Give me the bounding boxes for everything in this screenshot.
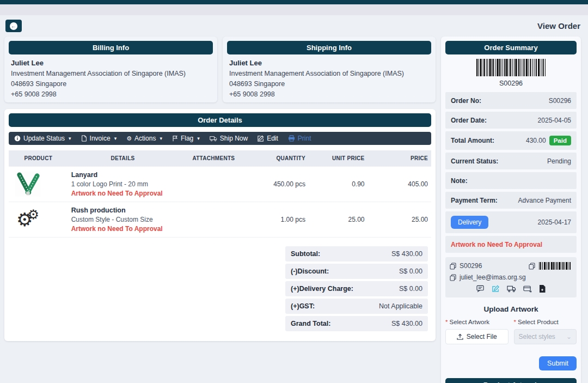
artwork-note: Artwork no Need To Approval xyxy=(451,241,542,248)
products-table-header: PRODUCT DETAILS ATTACHMENTS QUANTITY UNI… xyxy=(9,150,431,167)
order-no-row: Order No: S00296 xyxy=(445,92,577,109)
col-unit-price: UNIT PRICE xyxy=(309,150,368,167)
edit-pencil-icon xyxy=(258,135,264,142)
flag-button[interactable]: Flag ▾ xyxy=(172,135,200,142)
billing-company: Investment Management Association of Sin… xyxy=(11,70,213,77)
chevron-down-icon: ▾ xyxy=(114,136,117,141)
page-title: View Order xyxy=(537,21,580,31)
info-icon xyxy=(14,135,21,142)
delivery-charge-row: (+)Delivery Charge: S$ 0.00 xyxy=(285,281,428,296)
select-file-button[interactable]: Select File xyxy=(445,329,509,344)
ship-now-button[interactable]: Ship Now xyxy=(210,135,248,142)
required-asterisk: * xyxy=(514,319,516,325)
table-row: Lanyard 1 color Logo Print - 20 mm Artwo… xyxy=(9,167,431,202)
barcode-image xyxy=(476,59,547,76)
top-accent-bar xyxy=(0,0,588,4)
product-detail: Custom Style - Custom Size xyxy=(71,216,175,223)
select-product-label: *Select Product xyxy=(514,319,577,325)
actions-button[interactable]: ⚙ Actions ▾ xyxy=(126,135,162,142)
copy-icon[interactable] xyxy=(450,274,456,281)
copy-email: juliet_lee@imas.org.sg xyxy=(460,273,526,281)
payment-card-icon[interactable] xyxy=(523,285,532,293)
truck-icon xyxy=(210,136,217,142)
billing-address: 048693 Singapore xyxy=(11,80,213,88)
artwork-note-row: Artwork no Need To Approval xyxy=(445,236,577,253)
product-unit-price: 0.90 xyxy=(309,167,368,202)
product-unit-price: 25.00 xyxy=(309,202,368,238)
quick-actions-row xyxy=(450,285,572,293)
gear-icon: ⚙ xyxy=(126,136,132,142)
shipping-info-title: Shipping Info xyxy=(227,41,431,54)
paid-status-badge: Paid xyxy=(549,136,571,145)
page-header: ← View Order xyxy=(0,15,588,35)
product-artwork-title: Product Artwork xyxy=(445,378,577,383)
product-artwork-note: Artwork no Need To Approval xyxy=(71,225,175,233)
chevron-down-icon: ▾ xyxy=(160,136,162,141)
note-row: Note: xyxy=(445,172,577,189)
order-details-toolbar: Update Status ▾ Invoice ▾ ⚙ Actions ▾ Fl… xyxy=(9,132,431,145)
product-name: Lanyard xyxy=(71,171,175,179)
lanyard-product-image xyxy=(15,172,40,197)
update-status-button[interactable]: Update Status ▾ xyxy=(14,135,71,142)
copy-icon[interactable] xyxy=(450,263,456,270)
message-log-icon[interactable] xyxy=(476,285,485,293)
totals-section: Subtotal: S$ 430.00 (-)Discount: S$ 0.00… xyxy=(285,246,428,331)
copy-order-no: S00296 xyxy=(460,262,482,270)
products-table: PRODUCT DETAILS ATTACHMENTS QUANTITY UNI… xyxy=(9,150,431,238)
rush-production-image: ⚙ ⚙ xyxy=(15,207,40,232)
gst-row: (+)GST: Not Applicable xyxy=(285,299,428,314)
shipping-company: Investment Management Association of Sin… xyxy=(229,70,431,77)
product-attachments xyxy=(177,167,249,202)
barcode-label: S00296 xyxy=(445,80,577,87)
order-barcode: S00296 xyxy=(445,54,577,89)
submit-button[interactable]: Submit xyxy=(539,356,577,370)
invoice-button[interactable]: Invoice ▾ xyxy=(81,135,117,142)
product-artwork-note: Artwork no Need To Approval xyxy=(71,190,175,197)
copy-icon[interactable] xyxy=(529,263,535,270)
table-row: ⚙ ⚙ Rush production Custom Style - Custo… xyxy=(9,202,431,238)
delivery-button[interactable]: Delivery xyxy=(451,216,488,229)
upload-icon xyxy=(457,333,463,340)
col-product: PRODUCT xyxy=(9,150,68,167)
chevron-down-icon: ▾ xyxy=(69,136,71,141)
chevron-down-icon: ▾ xyxy=(197,136,200,141)
product-price: 405.00 xyxy=(368,167,431,202)
upload-artwork-title: Upload Artwork xyxy=(445,305,577,313)
payment-term-row: Payment Term: Advance Payment xyxy=(445,192,577,209)
product-name: Rush production xyxy=(71,206,175,214)
product-quantity: 1.00 pcs xyxy=(249,202,309,238)
product-detail: 1 color Logo Print - 20 mm xyxy=(71,180,175,188)
printer-icon xyxy=(288,135,295,142)
order-copy-box: S00296 xyxy=(445,257,577,297)
billing-info-title: Billing Info xyxy=(9,41,213,54)
chevron-down-icon: ⌄ xyxy=(566,335,572,338)
edit-artwork-icon[interactable] xyxy=(492,285,500,293)
mini-barcode-image xyxy=(538,262,572,270)
top-secondary-bar xyxy=(0,4,588,15)
print-button[interactable]: Print xyxy=(288,135,311,142)
order-date-row: Order Date: 2025-04-05 xyxy=(445,112,577,129)
order-details-title: Order Details xyxy=(9,113,431,127)
billing-info-card: Billing Info Juliet Lee Investment Manag… xyxy=(4,37,217,102)
back-button[interactable]: ← xyxy=(5,20,22,32)
discount-row: (-)Discount: S$ 0.00 xyxy=(285,264,428,279)
billing-phone: +65 9008 2998 xyxy=(11,90,213,98)
edit-button[interactable]: Edit xyxy=(258,135,278,142)
total-amount-row: Total Amount: 430.00 Paid xyxy=(445,131,577,150)
billing-name: Juliet Lee xyxy=(11,59,213,67)
select-artwork-label: *Select Artwork xyxy=(445,319,509,325)
delivery-truck-icon[interactable] xyxy=(507,285,516,293)
select-styles-dropdown[interactable]: Select styles ⌄ xyxy=(514,329,577,344)
col-price: PRICE xyxy=(368,150,431,167)
add-file-icon[interactable] xyxy=(539,285,546,293)
required-asterisk: * xyxy=(445,319,448,325)
invoice-file-icon xyxy=(81,135,87,142)
product-price: 25.00 xyxy=(368,202,431,238)
gears-icon: ⚙ xyxy=(27,208,39,221)
shipping-info-card: Shipping Info Juliet Lee Investment Mana… xyxy=(223,37,436,102)
shipping-phone: +65 9008 2998 xyxy=(229,90,431,98)
back-arrow-icon: ← xyxy=(10,22,17,30)
current-status-row: Current Status: Pending xyxy=(445,153,577,169)
delivery-row: Delivery 2025-04-17 xyxy=(445,211,577,233)
order-summary-card: Order Summary xyxy=(441,37,581,383)
